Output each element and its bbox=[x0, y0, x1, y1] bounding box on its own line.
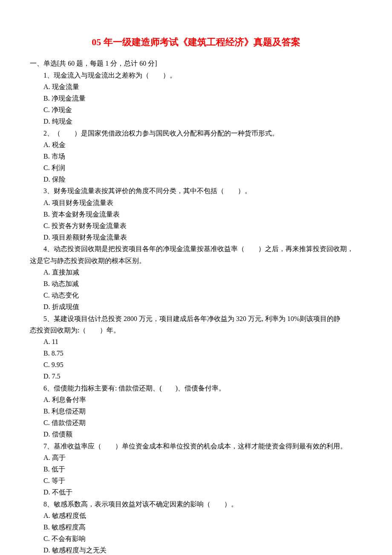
option-b: B. 动态加减 bbox=[30, 278, 362, 289]
question-4: 4、动态投资回收期是把投资项目各年的净现金流量按基准收益率（ ）之后，再来推算投… bbox=[30, 243, 362, 312]
option-b: B. 资本金财务现金流量表 bbox=[30, 208, 362, 220]
option-a: A. 现金流量 bbox=[30, 81, 362, 92]
option-a: A. 直接加减 bbox=[30, 266, 362, 278]
question-text: 7、基准收益率应（ ）单位资金成本和单位投资的机会成本，这样才能使资金得到最有效… bbox=[30, 440, 362, 452]
option-d: D. 项目差额财务现金流量表 bbox=[30, 231, 362, 243]
document-title: 05 年一级建造师考试《建筑工程经济》真题及答案 bbox=[30, 34, 362, 50]
option-c: C. 9.95 bbox=[30, 359, 362, 370]
question-8: 8、敏感系数高，表示项目效益对该不确定因素的影响（ ）。 A. 敏感程度低 B.… bbox=[30, 498, 362, 555]
option-c: C. 净现金 bbox=[30, 104, 362, 116]
question-5: 5、某建设项目估计总投资 2800 万元，项目建成后各年净收益为 320 万元,… bbox=[30, 313, 362, 382]
option-c: C. 利润 bbox=[30, 162, 362, 173]
option-b: B. 利息偿还期 bbox=[30, 405, 362, 417]
question-text: 5、某建设项目估计总投资 2800 万元，项目建成后各年净收益为 320 万元,… bbox=[30, 313, 362, 324]
option-a: A. 敏感程度低 bbox=[30, 510, 362, 521]
question-continuation: 这是它与静态投资回收期的根本区别。 bbox=[30, 255, 362, 266]
option-c: C. 投资各方财务现金流量表 bbox=[30, 220, 362, 231]
option-a: A. 11 bbox=[30, 336, 362, 347]
question-continuation: 态投资回收期为:（ ）年。 bbox=[30, 324, 362, 336]
question-1: 1、现金流入与现金流出之差称为（ ）。 A. 现金流量 B. 净现金流量 C. … bbox=[30, 69, 362, 127]
question-text: 1、现金流入与现金流出之差称为（ ）。 bbox=[30, 69, 362, 81]
option-a: A. 利息备付率 bbox=[30, 394, 362, 405]
option-b: B. 8.75 bbox=[30, 347, 362, 359]
question-text: 2、（ ）是国家凭借政治权力参与国民收入分配和再分配的一种货币形式。 bbox=[30, 127, 362, 139]
option-c: C. 等于 bbox=[30, 475, 362, 486]
option-a: A. 项目财务现金流量表 bbox=[30, 197, 362, 208]
option-d: D. 折成现值 bbox=[30, 301, 362, 312]
option-c: C. 动态变化 bbox=[30, 289, 362, 301]
option-d: D. 敏感程度与之无关 bbox=[30, 544, 362, 555]
option-d: D. 不低于 bbox=[30, 486, 362, 498]
option-b: B. 净现金流量 bbox=[30, 92, 362, 104]
option-b: B. 敏感程度高 bbox=[30, 521, 362, 533]
option-d: D. 偿债额 bbox=[30, 428, 362, 440]
question-6: 6、偿债能力指标主要有: 借款偿还期、( )、偿债备付率。 A. 利息备付率 B… bbox=[30, 382, 362, 440]
option-c: C. 不会有影响 bbox=[30, 533, 362, 544]
question-text: 6、偿债能力指标主要有: 借款偿还期、( )、偿债备付率。 bbox=[30, 382, 362, 394]
question-3: 3、财务现金流量表按其评价的角度不同分类，其中不包括（ ）。 A. 项目财务现金… bbox=[30, 185, 362, 243]
section-header: 一、单选[共 60 题，每题 1 分，总计 60 分] bbox=[30, 58, 362, 69]
option-b: B. 市场 bbox=[30, 150, 362, 162]
option-a: A. 高于 bbox=[30, 452, 362, 463]
option-a: A. 税金 bbox=[30, 139, 362, 150]
question-2: 2、（ ）是国家凭借政治权力参与国民收入分配和再分配的一种货币形式。 A. 税金… bbox=[30, 127, 362, 185]
question-7: 7、基准收益率应（ ）单位资金成本和单位投资的机会成本，这样才能使资金得到最有效… bbox=[30, 440, 362, 498]
option-d: D. 保险 bbox=[30, 173, 362, 185]
option-d: D. 7.5 bbox=[30, 370, 362, 382]
question-text: 3、财务现金流量表按其评价的角度不同分类，其中不包括（ ）。 bbox=[30, 185, 362, 197]
option-b: B. 低于 bbox=[30, 463, 362, 475]
question-text: 4、动态投资回收期是把投资项目各年的净现金流量按基准收益率（ ）之后，再来推算投… bbox=[30, 243, 362, 254]
option-c: C. 借款偿还期 bbox=[30, 417, 362, 428]
question-text: 8、敏感系数高，表示项目效益对该不确定因素的影响（ ）。 bbox=[30, 498, 362, 510]
option-d: D. 纯现金 bbox=[30, 116, 362, 127]
